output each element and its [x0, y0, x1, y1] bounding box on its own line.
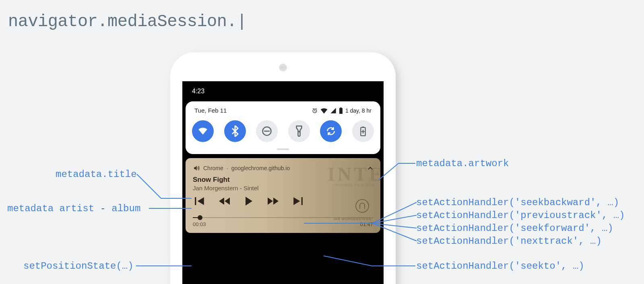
time-total: 01:47 [360, 221, 373, 227]
artwork-subtitle-bg: ORIGINAL FILM SCO [332, 183, 375, 187]
media-controls [193, 196, 373, 206]
qs-status-icons: 1 day, 8 hr [312, 107, 372, 114]
label-metadata-artwork: metadata.artwork [416, 158, 509, 169]
svg-rect-8 [195, 197, 196, 205]
artwork-title-bg: INTE [328, 163, 380, 185]
qs-tile-dnd[interactable] [256, 120, 278, 142]
qs-tile-bluetooth[interactable] [224, 120, 246, 142]
quick-settings-panel: Tue, Feb 11 1 day, 8 hr [186, 101, 380, 154]
phone-frame: 4:23 Tue, Feb 11 1 day, 8 hr [170, 52, 396, 284]
svg-point-5 [298, 131, 300, 132]
artwork-credit: JAN MORGENSTERN [333, 217, 372, 221]
qs-tile-flashlight[interactable] [288, 120, 310, 142]
svg-rect-9 [301, 197, 303, 205]
svg-rect-1 [339, 108, 343, 113]
status-bar: 4:23 [182, 81, 384, 101]
play-button[interactable] [244, 196, 253, 206]
qs-tiles [192, 119, 374, 145]
svg-rect-2 [340, 107, 341, 108]
volume-icon [193, 165, 200, 172]
label-metadata-artist-album: metadata artist - album [7, 203, 140, 214]
qs-handle-icon[interactable] [277, 148, 289, 150]
qs-header: Tue, Feb 11 1 day, 8 hr [192, 107, 374, 119]
label-metadata-title: metadata.title [56, 169, 137, 180]
media-app: Chrome [203, 165, 223, 171]
qs-date: Tue, Feb 11 [194, 107, 227, 114]
time-current: 00:03 [193, 221, 206, 227]
alarm-icon [312, 107, 318, 114]
qs-tile-battery-saver[interactable] [352, 120, 374, 142]
svg-rect-7 [362, 127, 364, 128]
seek-forward-button[interactable] [267, 197, 279, 205]
label-previoustrack: setActionHandler('previoustrack', …) [416, 210, 625, 221]
label-seekforward: setActionHandler('seekforward', …) [416, 223, 613, 234]
seek-thumb-icon[interactable] [198, 215, 202, 220]
api-text: navigator.mediaSession. [8, 12, 237, 31]
label-setpositionstate: setPositionState(…) [23, 261, 134, 272]
artwork-logo-icon [355, 199, 369, 213]
signal-icon [330, 107, 336, 114]
speaker-icon [279, 64, 287, 72]
media-notification: INTE ORIGINAL FILM SCO Chrome · googlech… [186, 158, 380, 233]
phone-screen: 4:23 Tue, Feb 11 1 day, 8 hr [182, 81, 384, 284]
qs-tile-autorotate[interactable] [320, 120, 342, 142]
status-time: 4:23 [192, 88, 204, 95]
next-track-button[interactable] [293, 197, 303, 206]
label-seekto: setActionHandler('seekto', …) [416, 261, 584, 272]
battery-icon [339, 107, 343, 114]
previous-track-button[interactable] [194, 197, 205, 206]
api-heading: navigator.mediaSession.| [8, 12, 247, 31]
media-separator: · [227, 165, 228, 171]
label-nexttrack: setActionHandler('nexttrack', …) [416, 236, 602, 247]
qs-tile-wifi[interactable] [192, 120, 214, 142]
label-seekbackward: setActionHandler('seekbackward', …) [416, 197, 619, 208]
seek-times: 00:03 01:47 [193, 221, 373, 227]
battery-text: 1 day, 8 hr [345, 107, 372, 114]
wifi-status-icon [320, 107, 328, 114]
media-origin: googlechrome.github.io [231, 165, 290, 171]
cursor-icon: | [237, 12, 247, 31]
seek-backward-button[interactable] [219, 197, 231, 205]
